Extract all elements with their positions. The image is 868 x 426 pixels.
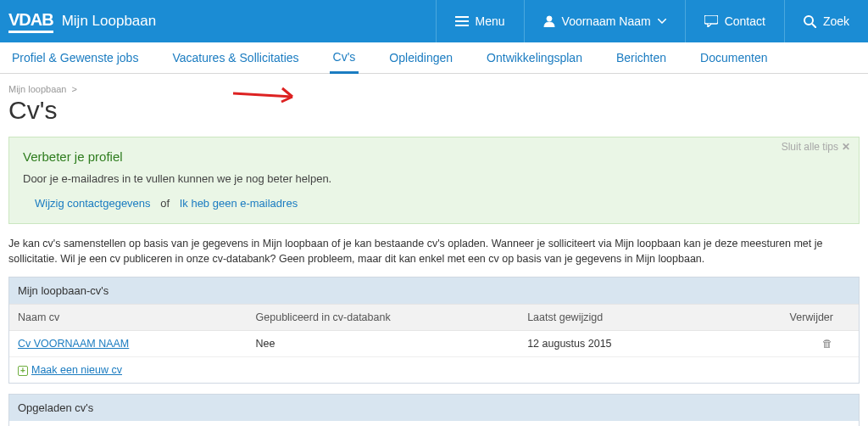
user-menu[interactable]: Voornaam Naam bbox=[524, 0, 685, 42]
tip-of: of bbox=[160, 197, 170, 210]
hamburger-icon bbox=[455, 15, 469, 27]
search-button[interactable]: Zoek bbox=[784, 0, 868, 42]
tip-box: Sluit alle tips✕ Verbeter je profiel Doo… bbox=[8, 137, 860, 224]
col-laatst: Laatst gewijzigd bbox=[519, 305, 774, 331]
tip-body: Door je e-mailadres in te vullen kunnen … bbox=[23, 172, 845, 185]
subnav-berichten[interactable]: Berichten bbox=[613, 42, 670, 74]
tip-heading: Verbeter je profiel bbox=[23, 149, 845, 164]
search-label: Zoek bbox=[823, 14, 849, 28]
cv-name-link[interactable]: Cv VOORNAAM NAAM bbox=[18, 338, 129, 350]
col-verwijder: Verwijder bbox=[774, 305, 859, 331]
user-name: Voornaam Naam bbox=[562, 14, 651, 28]
subnav-profiel[interactable]: Profiel & Gewenste jobs bbox=[8, 42, 142, 74]
tip-action-geen-email[interactable]: Ik heb geen e-mailadres bbox=[180, 197, 298, 210]
cv-date: 12 augustus 2015 bbox=[519, 331, 774, 357]
trash-icon[interactable]: 🗑 bbox=[822, 338, 833, 350]
subnav-documenten[interactable]: Documenten bbox=[697, 42, 771, 74]
svg-line-6 bbox=[812, 24, 816, 28]
speech-bubble-icon bbox=[704, 15, 718, 27]
subnav: Profiel & Gewenste jobs Vacatures & Soll… bbox=[0, 42, 868, 74]
add-cv-link[interactable]: Maak een nieuw cv bbox=[31, 364, 122, 376]
tip-action-wijzig[interactable]: Wijzig contactgegevens bbox=[35, 197, 151, 210]
menu-button[interactable]: Menu bbox=[436, 0, 524, 42]
panel-opgeladen-cvs: Opgeladen cv's +Voeg een document toe +V… bbox=[8, 394, 860, 426]
subnav-ontwikkelingsplan[interactable]: Ontwikkelingsplan bbox=[483, 42, 586, 74]
tip-close-label: Sluit alle tips bbox=[782, 141, 838, 153]
subnav-vacatures[interactable]: Vacatures & Sollicitaties bbox=[169, 42, 302, 74]
svg-point-5 bbox=[804, 16, 813, 25]
contact-button[interactable]: Contact bbox=[685, 0, 784, 42]
table-row: Cv VOORNAAM NAAM Nee 12 augustus 2015 🗑 bbox=[9, 331, 859, 357]
col-naam: Naam cv bbox=[9, 305, 248, 331]
chevron-down-icon bbox=[658, 19, 666, 24]
close-icon: ✕ bbox=[842, 141, 850, 153]
brand-logo: VDAB bbox=[8, 10, 53, 33]
panel-mijn-loopbaan-cvs: Mijn loopbaan-cv's Naam cv Gepubliceerd … bbox=[8, 277, 860, 384]
contact-label: Contact bbox=[725, 14, 765, 28]
tip-close[interactable]: Sluit alle tips✕ bbox=[782, 141, 850, 153]
intro-text: Je kan cv's samenstellen op basis van je… bbox=[0, 236, 868, 277]
page-title: Cv's bbox=[0, 96, 868, 137]
subnav-cvs[interactable]: Cv's bbox=[330, 42, 359, 74]
panel1-title: Mijn loopbaan-cv's bbox=[9, 277, 859, 304]
cv-published: Nee bbox=[248, 331, 520, 357]
menu-label: Menu bbox=[476, 14, 505, 28]
tip-actions: Wijzig contactgegevens of Ik heb geen e-… bbox=[23, 197, 845, 210]
brand: VDAB Mijn Loopbaan bbox=[0, 10, 156, 33]
user-icon bbox=[543, 15, 555, 27]
subnav-opleidingen[interactable]: Opleidingen bbox=[386, 42, 456, 74]
breadcrumb-home[interactable]: Mijn loopbaan bbox=[8, 84, 67, 94]
col-gepubliceerd: Gepubliceerd in cv-databank bbox=[248, 305, 520, 331]
search-icon bbox=[804, 15, 816, 28]
svg-point-3 bbox=[547, 16, 552, 21]
panel1-header-row: Naam cv Gepubliceerd in cv-databank Laat… bbox=[9, 305, 859, 331]
panel1-footer: +Maak een nieuw cv bbox=[9, 357, 859, 384]
panel2-title: Opgeladen cv's bbox=[9, 395, 859, 421]
plus-icon: + bbox=[18, 366, 28, 376]
svg-rect-4 bbox=[704, 15, 718, 24]
topbar: VDAB Mijn Loopbaan Menu Voornaam Naam Co… bbox=[0, 0, 868, 42]
breadcrumb: Mijn loopbaan > bbox=[0, 74, 868, 96]
brand-title: Mijn Loopbaan bbox=[62, 13, 157, 30]
panel2-footer: +Voeg een document toe +Voeg een link to… bbox=[9, 421, 859, 426]
